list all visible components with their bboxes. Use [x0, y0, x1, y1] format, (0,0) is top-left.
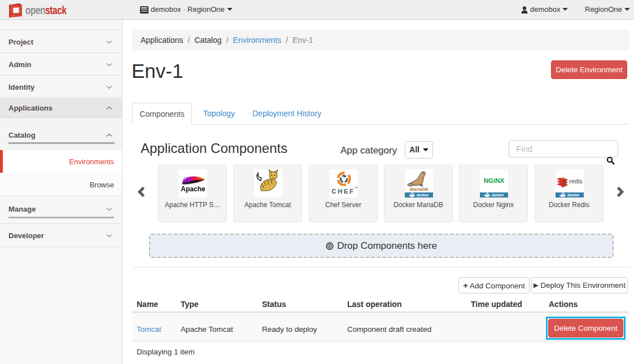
svg-text:redis: redis	[569, 178, 583, 185]
svg-text:docker: docker	[567, 193, 580, 197]
svg-text:CHEF: CHEF	[331, 188, 355, 195]
svg-text:MariaDB: MariaDB	[410, 187, 429, 192]
svg-text:TM: TM	[355, 186, 358, 189]
svg-text:docker: docker	[417, 193, 429, 197]
svg-text:Apache: Apache	[181, 185, 205, 193]
svg-text:docker: docker	[492, 193, 504, 197]
svg-text:NGiNX: NGiNX	[484, 177, 505, 184]
